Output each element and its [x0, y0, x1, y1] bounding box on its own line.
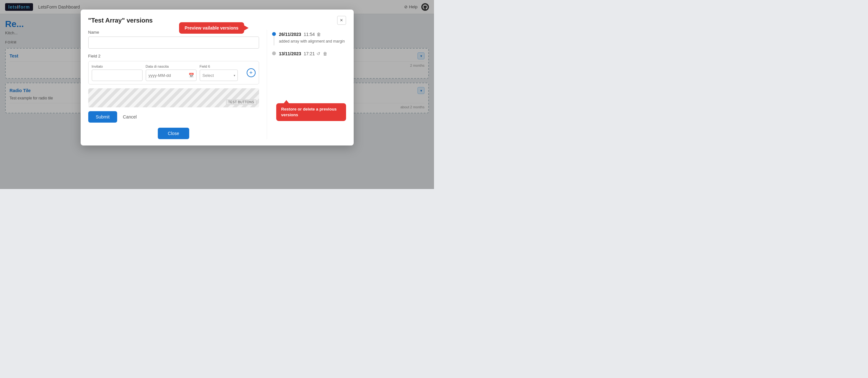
close-button[interactable]: Close: [158, 128, 189, 139]
version-date-text: 26/11/2023: [279, 32, 301, 37]
version-date-1: 26/11/2023 11:54 🗑: [279, 31, 346, 37]
version-info-1: 26/11/2023 11:54 🗑 added array with alig…: [279, 31, 346, 44]
data-nascita-col: Data di nascita 📅: [146, 64, 196, 81]
version-desc-1: added array with alignment and margin: [279, 39, 346, 44]
version-delete-button-1[interactable]: 🗑: [316, 31, 321, 37]
name-field-label: Name: [88, 30, 259, 35]
version-dot-active: [272, 32, 276, 36]
modal-title: "Test Array" versions: [88, 17, 153, 24]
modal-body: Name Field 2 Invitato Data di nascita: [81, 30, 354, 145]
field2-label: Field 2: [88, 54, 259, 58]
cancel-button[interactable]: Cancel: [120, 111, 140, 123]
array-row-inner: Invitato Data di nascita 📅 Field 6: [92, 64, 244, 81]
test-buttons-label: TEST BUTTONS: [226, 99, 256, 105]
array-row: Invitato Data di nascita 📅 Field 6: [88, 61, 259, 85]
version-date-text-2: 13/11/2023: [279, 51, 301, 56]
version-dot-inactive: [272, 52, 276, 55]
data-nascita-label: Data di nascita: [146, 64, 196, 68]
field6-col: Field 6 Select ▾: [200, 64, 238, 81]
striped-area: TEST BUTTONS: [88, 88, 259, 107]
version-info-2: 13/11/2023 17:21 ↺ 🗑: [279, 51, 346, 57]
version-delete-button-2[interactable]: 🗑: [322, 51, 328, 57]
modal-header: "Test Array" versions ×: [81, 9, 354, 30]
version-connector: [274, 36, 274, 46]
version-item-2: 13/11/2023 17:21 ↺ 🗑: [272, 51, 346, 57]
submit-button[interactable]: Submit: [88, 111, 118, 123]
modal-form-footer: Submit Cancel: [88, 111, 259, 123]
field6-select[interactable]: Select: [200, 69, 238, 81]
modal-overlay: Preview vailable versions Restore or del…: [0, 0, 434, 189]
invitato-col: Invitato: [92, 64, 143, 81]
version-item-1: 26/11/2023 11:54 🗑 added array with alig…: [272, 31, 346, 44]
versions-modal: Preview vailable versions Restore or del…: [81, 9, 354, 145]
add-row-button[interactable]: +: [247, 68, 255, 77]
version-time-2: 17:21: [304, 51, 315, 56]
version-date-2: 13/11/2023 17:21 ↺ 🗑: [279, 51, 346, 57]
field6-select-wrap: Select ▾: [200, 69, 238, 81]
invitato-label: Invitato: [92, 64, 143, 68]
date-input-wrap: 📅: [146, 69, 196, 81]
data-nascita-input[interactable]: [146, 69, 196, 81]
version-restore-button-2[interactable]: ↺: [316, 51, 321, 57]
name-input[interactable]: [88, 36, 259, 49]
modal-close-button[interactable]: ×: [337, 16, 346, 25]
version-time-1: 11:54: [304, 32, 315, 37]
modal-form: Name Field 2 Invitato Data di nascita: [88, 30, 267, 139]
invitato-input[interactable]: [92, 69, 143, 81]
modal-close-footer: Close: [88, 128, 259, 139]
field6-label: Field 6: [200, 64, 238, 68]
versions-panel: 26/11/2023 11:54 🗑 added array with alig…: [267, 30, 346, 139]
